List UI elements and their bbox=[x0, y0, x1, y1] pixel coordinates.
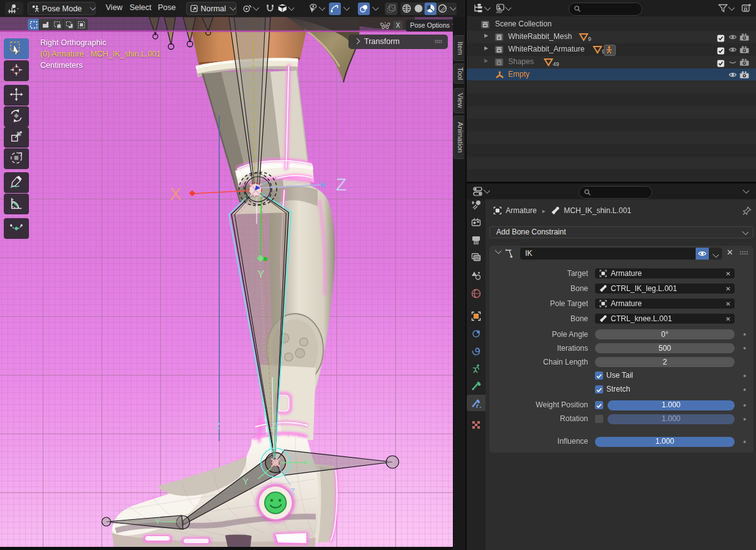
svg-text:Y: Y bbox=[243, 476, 249, 487]
svg-text:49: 49 bbox=[553, 61, 559, 67]
svg-text:Y: Y bbox=[308, 458, 314, 468]
svg-text:Y: Y bbox=[257, 268, 264, 280]
svg-text:Y: Y bbox=[155, 518, 160, 525]
svg-text:9: 9 bbox=[588, 36, 591, 42]
svg-text:Z: Z bbox=[290, 487, 296, 497]
svg-text:Z: Z bbox=[336, 175, 347, 194]
svg-text:Z: Z bbox=[271, 421, 276, 431]
svg-text:X: X bbox=[170, 184, 182, 204]
svg-text:Z: Z bbox=[216, 422, 220, 431]
